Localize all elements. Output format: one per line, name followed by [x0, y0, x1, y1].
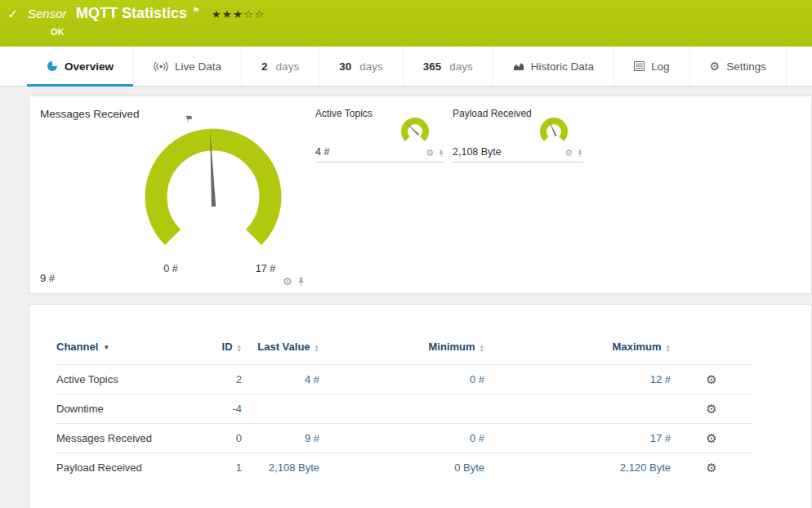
priority-stars-rating[interactable]: ★★★☆☆ [212, 8, 265, 20]
channel-id: -4 [189, 394, 243, 424]
tab-overview[interactable]: Overview [27, 47, 134, 86]
log-icon [634, 61, 645, 71]
gauge-pin-icon[interactable] [297, 277, 305, 287]
tab-label: Historic Data [531, 60, 594, 73]
mini-gauge-actions: ⚙ [426, 148, 444, 158]
overview-icon [47, 60, 58, 72]
sensor-tabs: Overview Live Data 2 days 30 days 365 [0, 47, 812, 87]
tab-label: Settings [726, 60, 766, 73]
sensor-header: ✓ Sensor MQTT Statistics ⚑ ★★★☆☆ OK [0, 0, 812, 47]
table-row[interactable]: Active Topics 2 4 # 0 # 12 # ⚙ [56, 365, 752, 394]
column-header-maximum[interactable]: Maximum▲▼ [486, 341, 672, 365]
column-label: Minimum [429, 341, 475, 353]
column-header-last-value[interactable]: Last Value▲▼ [243, 341, 321, 365]
tab-day-unit: days [449, 60, 473, 73]
gauge-settings-gear-icon[interactable]: ⚙ [426, 148, 434, 158]
active-topics-gauge-block: Active Topics 4 # ⚙ [315, 108, 444, 163]
channel-name[interactable]: Active Topics [56, 365, 189, 394]
mini-gauge-title: Payload Received [453, 108, 532, 119]
gauge-scale-max: 17 # [252, 263, 279, 274]
channel-last-value [243, 394, 321, 424]
mini-gauge-value: 4 # [315, 146, 329, 158]
tab-day-count: 30 [339, 60, 351, 73]
channel-minimum: 0 # [321, 365, 486, 394]
sort-icon[interactable]: ▲▼ [666, 344, 671, 352]
object-kind-label: Sensor [28, 7, 67, 20]
channel-name[interactable]: Payload Received [56, 453, 189, 483]
tab-historic-data[interactable]: Historic Data [493, 47, 614, 86]
tab-label: Live Data [175, 60, 221, 73]
channel-maximum: 2,120 Byte [486, 453, 672, 483]
column-header-channel[interactable]: Channel▼ [56, 341, 189, 365]
channel-id: 0 [189, 424, 243, 453]
live-data-icon [154, 61, 168, 72]
mini-gauge-actions: ⚙ [564, 148, 583, 158]
sort-icon[interactable]: ▲▼ [237, 344, 242, 352]
gauge-pin-icon[interactable] [438, 149, 444, 158]
channel-maximum: 12 # [486, 365, 672, 394]
table-header-row: Channel▼ ID▲▼ Last Value▲▼ Minimum▲▼ Max [56, 341, 752, 365]
active-topics-gauge [397, 115, 433, 148]
column-label: ID [222, 341, 233, 353]
tab-day-count: 365 [423, 60, 442, 73]
primary-gauge-actions: ⚙ [283, 275, 305, 287]
tab-day-count: 2 [261, 60, 268, 73]
tab-30-days[interactable]: 30 days [319, 47, 404, 86]
column-label: Last Value [257, 341, 310, 353]
channel-maximum [486, 394, 672, 424]
historic-data-icon [513, 61, 524, 71]
gauges-panel: Messages Received ⚑ 0 # 17 # 9 # ⚙ Activ… [29, 96, 812, 294]
page-title: MQTT Statistics [76, 5, 187, 21]
table-row[interactable]: Downtime -4 ⚙ [56, 394, 752, 424]
sort-dropdown-icon[interactable]: ▼ [103, 344, 109, 351]
priority-flag-icon[interactable]: ⚑ [192, 6, 199, 15]
channel-id: 1 [189, 453, 243, 483]
channel-settings-gear-icon[interactable]: ⚙ [706, 402, 716, 416]
tab-settings[interactable]: ⚙ Settings [690, 47, 787, 86]
tab-365-days[interactable]: 365 days [404, 47, 493, 86]
channel-id: 2 [189, 365, 243, 394]
status-badge: OK [51, 27, 65, 37]
gauge-scale-min: 0 # [157, 263, 185, 274]
channel-settings-gear-icon[interactable]: ⚙ [706, 431, 716, 445]
channels-table: Channel▼ ID▲▼ Last Value▲▼ Minimum▲▼ Max [56, 341, 752, 482]
column-header-actions [672, 341, 752, 365]
mini-gauge-value: 2,108 Byte [453, 146, 502, 158]
column-label: Channel [56, 341, 98, 353]
sort-icon[interactable]: ▲▼ [315, 344, 319, 352]
payload-received-gauge [536, 115, 572, 148]
channel-last-value: 4 # [243, 365, 321, 394]
column-label: Maximum [613, 341, 662, 353]
primary-gauge-title: Messages Received [40, 108, 140, 120]
mini-gauge-title: Active Topics [315, 108, 373, 119]
channel-last-value: 2,108 Byte [243, 453, 321, 483]
channel-settings-gear-icon[interactable]: ⚙ [706, 372, 716, 386]
gauge-settings-gear-icon[interactable]: ⚙ [283, 275, 292, 287]
tab-label: Log [651, 60, 670, 73]
tab-label: Overview [65, 60, 114, 73]
tab-log[interactable]: Log [614, 47, 690, 86]
sort-icon[interactable]: ▲▼ [480, 344, 484, 352]
payload-received-gauge-block: Payload Received 2,108 Byte ⚙ [453, 108, 583, 163]
table-row[interactable]: Messages Received 0 9 # 0 # 17 # ⚙ [56, 424, 752, 453]
gauge-pin-icon[interactable] [577, 149, 583, 158]
table-row[interactable]: Payload Received 1 2,108 Byte 0 Byte 2,1… [56, 453, 752, 483]
primary-gauge-value: 9 # [40, 272, 55, 284]
channel-settings-gear-icon[interactable]: ⚙ [706, 461, 716, 475]
channel-name[interactable]: Downtime [56, 394, 189, 424]
gauge-settings-gear-icon[interactable]: ⚙ [564, 148, 573, 158]
column-header-minimum[interactable]: Minimum▲▼ [321, 341, 486, 365]
channel-last-value: 9 # [243, 424, 321, 453]
column-header-id[interactable]: ID▲▼ [189, 341, 243, 365]
status-ok-check-icon: ✓ [7, 7, 18, 22]
tab-live-data[interactable]: Live Data [134, 47, 242, 86]
tab-2-days[interactable]: 2 days [242, 47, 319, 86]
channel-name[interactable]: Messages Received [56, 424, 189, 453]
messages-received-gauge [136, 119, 291, 274]
channel-maximum: 17 # [486, 424, 672, 453]
channel-minimum: 0 # [321, 424, 486, 453]
channel-minimum: 0 Byte [321, 453, 486, 483]
channels-panel: Channel▼ ID▲▼ Last Value▲▼ Minimum▲▼ Max [29, 304, 812, 508]
prtg-sensor-page: ✓ Sensor MQTT Statistics ⚑ ★★★☆☆ OK Over… [0, 0, 812, 508]
channel-minimum [321, 394, 486, 424]
